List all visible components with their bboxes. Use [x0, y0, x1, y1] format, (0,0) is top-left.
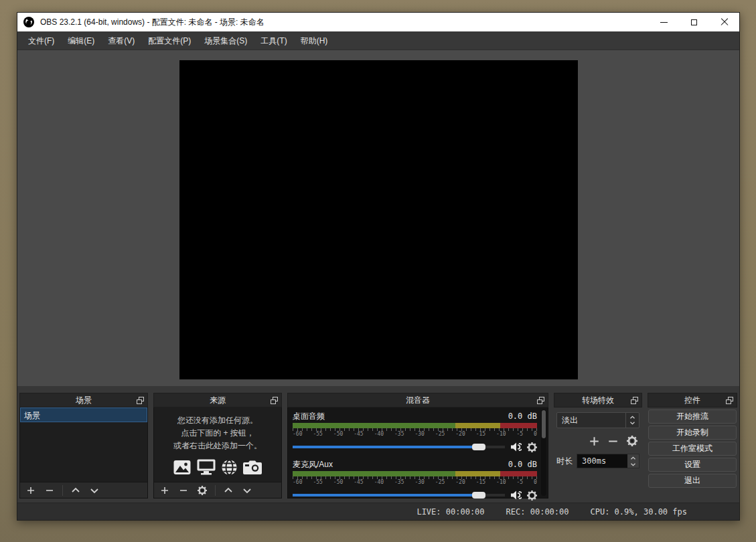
- chevron-up-icon: [630, 456, 636, 460]
- slider-handle[interactable]: [472, 444, 485, 450]
- sources-panel: 来源 您还没有添加任何源。点击下面的 + 按钮，或者右击此处添加一个。: [153, 393, 282, 499]
- obs-window: OBS 23.2.1 (64-bit, windows) - 配置文件: 未命名…: [17, 12, 740, 521]
- chevron-up-icon: [224, 486, 232, 494]
- minimize-button[interactable]: [649, 13, 679, 31]
- meter-tick-label: -50: [333, 431, 343, 437]
- minus-icon: [46, 486, 54, 494]
- remove-transition-button[interactable]: [608, 434, 618, 448]
- camera-icon: [243, 460, 262, 475]
- image-icon: [173, 460, 191, 475]
- add-source-button[interactable]: [157, 484, 173, 497]
- menu-item[interactable]: 工具(T): [254, 31, 293, 50]
- remove-source-button[interactable]: [175, 484, 192, 497]
- controls-panel: 控件 开始推流开始录制工作室模式设置退出: [648, 393, 737, 499]
- add-transition-button[interactable]: [589, 434, 599, 448]
- meter-tick-label: 0: [534, 431, 537, 437]
- close-button[interactable]: [709, 13, 739, 31]
- rec-time: REC: 00:00:00: [506, 507, 569, 517]
- meter-tick-label: -40: [374, 431, 384, 437]
- add-scene-button[interactable]: [23, 484, 39, 497]
- slider-handle[interactable]: [472, 492, 485, 499]
- volume-meter: [293, 471, 537, 476]
- transitions-panel: 转场特效 淡出 时长: [554, 393, 642, 499]
- controls-panel-header: 控件: [648, 393, 737, 408]
- source-properties-button[interactable]: [194, 484, 210, 497]
- source-move-up-button[interactable]: [220, 484, 236, 497]
- scene-move-down-button[interactable]: [86, 484, 102, 497]
- scrollbar-thumb[interactable]: [542, 410, 546, 438]
- duration-spinbox[interactable]: 300ms: [577, 454, 639, 468]
- chevron-down-icon: [629, 421, 635, 425]
- controls-panel-title: 控件: [684, 395, 700, 406]
- dock-float-icon[interactable]: [537, 397, 544, 404]
- scene-list-item[interactable]: 场景: [20, 408, 147, 422]
- meter-tick-label: -60: [293, 431, 302, 437]
- channel-level-db: 0.0 dB: [508, 412, 537, 421]
- menu-item[interactable]: 查看(V): [101, 31, 141, 50]
- menu-item[interactable]: 编辑(E): [61, 31, 101, 50]
- mixer-scrollbar[interactable]: [541, 410, 546, 496]
- source-move-down-button[interactable]: [239, 484, 255, 497]
- window-title: OBS 23.2.1 (64-bit, windows) - 配置文件: 未命名…: [40, 17, 264, 28]
- scenes-toolbar: [20, 482, 147, 498]
- transition-properties-button[interactable]: [627, 434, 637, 448]
- sources-empty-text: 您还没有添加任何源。: [173, 414, 262, 427]
- control-button[interactable]: 退出: [648, 474, 737, 488]
- channel-name: 麦克风/Aux: [293, 459, 333, 470]
- meter-tick-label: -20: [455, 431, 465, 437]
- meter-tick-label: -50: [333, 479, 343, 485]
- plus-icon: [589, 436, 599, 446]
- gear-icon[interactable]: [527, 490, 537, 501]
- control-button[interactable]: 开始录制: [648, 426, 737, 440]
- gear-icon[interactable]: [527, 442, 537, 452]
- sources-toolbar: [154, 482, 281, 498]
- scene-move-up-button[interactable]: [68, 484, 84, 497]
- meter-tick-label: -55: [313, 431, 322, 437]
- spinbox-arrows[interactable]: [627, 454, 639, 468]
- maximize-button[interactable]: [679, 13, 709, 31]
- sources-empty-state[interactable]: 您还没有添加任何源。点击下面的 + 按钮，或者右击此处添加一个。: [154, 408, 281, 482]
- close-icon: [721, 18, 729, 26]
- dock-float-icon[interactable]: [726, 397, 733, 404]
- volume-slider[interactable]: [293, 444, 505, 450]
- transition-select[interactable]: 淡出: [556, 412, 639, 428]
- dock-float-icon[interactable]: [271, 397, 278, 404]
- titlebar: OBS 23.2.1 (64-bit, windows) - 配置文件: 未命名…: [17, 13, 739, 31]
- display-capture-icon: [197, 459, 216, 475]
- sources-panel-header: 来源: [153, 393, 282, 408]
- scenes-panel-title: 场景: [76, 395, 92, 406]
- control-button[interactable]: 开始推流: [648, 410, 737, 424]
- preview-area: [17, 50, 739, 386]
- meter-tick-label: -10: [496, 479, 506, 485]
- meter-tick-label: -40: [374, 479, 384, 485]
- meter-tick-label: -30: [414, 479, 424, 485]
- speaker-icon[interactable]: [510, 441, 522, 453]
- dock-float-icon[interactable]: [137, 397, 144, 404]
- meter-tick-label: -35: [394, 479, 404, 485]
- menu-item[interactable]: 配置文件(P): [141, 31, 198, 50]
- meter-tick-label: -10: [496, 431, 506, 437]
- volume-slider[interactable]: [293, 492, 505, 499]
- menu-item[interactable]: 帮助(H): [294, 31, 335, 50]
- sources-panel-title: 来源: [210, 395, 226, 406]
- plus-icon: [27, 486, 35, 494]
- scene-list: 场景: [20, 408, 147, 482]
- menu-item[interactable]: 场景集合(S): [198, 31, 254, 50]
- meter-scale: -60-55-50-45-40-35-30-25-20-15-10-50: [293, 431, 537, 437]
- speaker-icon[interactable]: [510, 489, 522, 501]
- menu-item[interactable]: 文件(F): [21, 31, 61, 50]
- program-canvas: [179, 60, 578, 379]
- control-button[interactable]: 设置: [648, 458, 737, 472]
- dock-float-icon[interactable]: [631, 397, 638, 404]
- meter-scale: -60-55-50-45-40-35-30-25-20-15-10-50: [293, 479, 537, 485]
- duration-value: 300ms: [577, 454, 627, 468]
- remove-scene-button[interactable]: [42, 484, 58, 497]
- combo-spinner[interactable]: [625, 413, 639, 428]
- plus-icon: [161, 486, 169, 494]
- transition-selected-value: 淡出: [557, 415, 625, 426]
- mixer-channel: 桌面音频 0.0 dB -60-55-50-45-40-35-30-25-20-…: [293, 411, 537, 454]
- meter-tick-label: -45: [354, 431, 363, 437]
- minimize-icon: [660, 22, 668, 23]
- meter-tick-label: -20: [455, 479, 465, 485]
- control-button[interactable]: 工作室模式: [648, 442, 737, 456]
